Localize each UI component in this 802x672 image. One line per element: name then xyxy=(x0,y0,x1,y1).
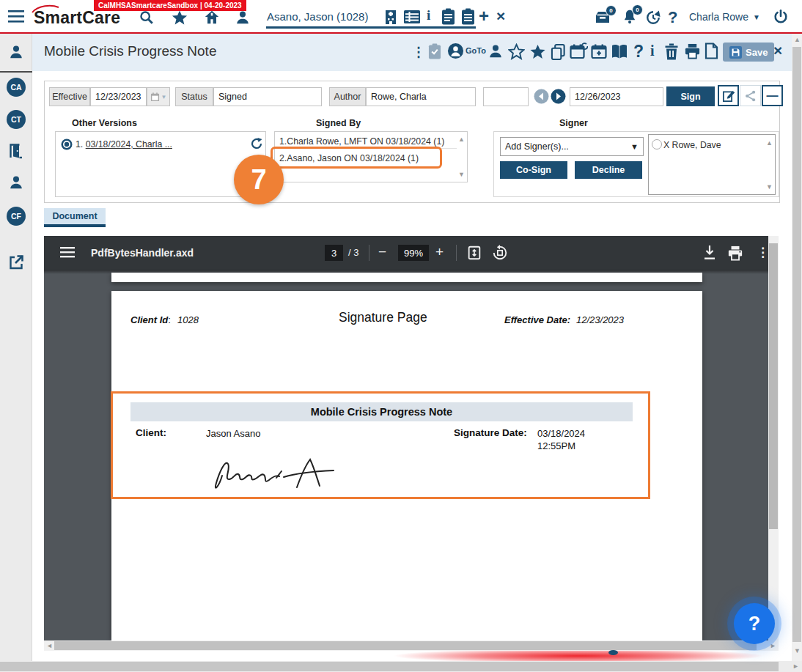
copy-icon[interactable] xyxy=(551,43,566,60)
scroll-up-icon[interactable]: ▲ xyxy=(766,140,773,147)
user-menu[interactable]: Charla Rowe ▼ xyxy=(689,11,760,23)
previous-document-button[interactable] xyxy=(534,89,549,104)
pdf-page-input[interactable]: 3 xyxy=(325,245,343,261)
inbox-icon[interactable]: 0 xyxy=(594,9,611,25)
calendar-caret-icon: ▼ xyxy=(161,94,167,100)
star-filled-icon[interactable] xyxy=(529,43,546,60)
calendar-refresh-icon[interactable] xyxy=(570,43,588,60)
scroll-right-icon[interactable]: ► xyxy=(770,643,776,649)
print-icon[interactable] xyxy=(684,43,701,59)
pdf-more-icon[interactable]: ⋮ xyxy=(757,245,769,260)
pdf-zoom-input[interactable]: 99% xyxy=(398,245,429,261)
zoom-in-icon[interactable]: + xyxy=(435,244,444,260)
version-item[interactable]: 1. 03/18/2024, Charla ... xyxy=(76,139,172,149)
signed-by-row[interactable]: 1.Charla Rowe, LMFT ON 03/18/2024 (1) xyxy=(279,136,444,147)
pdf-vertical-scrollbar[interactable] xyxy=(768,236,779,640)
favorites-star-icon[interactable] xyxy=(172,10,188,26)
share-icon xyxy=(744,89,757,103)
refresh-icon[interactable] xyxy=(251,138,262,149)
search-icon[interactable] xyxy=(139,10,155,26)
add-tab-icon[interactable]: + xyxy=(479,6,489,26)
sidebar-item-ca[interactable]: CA xyxy=(7,78,26,97)
facility-icon[interactable] xyxy=(383,9,398,25)
clipboard-icon[interactable] xyxy=(441,8,455,25)
edit-note-button[interactable] xyxy=(718,85,739,106)
sidebar-person-icon[interactable] xyxy=(8,174,24,191)
smartcare-app: SmartCare CalMHSASmartcareSandbox | 04-2… xyxy=(0,0,802,672)
new-document-icon[interactable] xyxy=(704,43,718,59)
pdf-horizontal-scrollbar[interactable]: ◄ ► xyxy=(44,640,779,651)
tab-document[interactable]: Document xyxy=(44,208,106,227)
history-icon[interactable] xyxy=(645,10,661,26)
version-radio-selected[interactable] xyxy=(61,139,73,150)
tasks-clipboard-icon[interactable] xyxy=(428,43,441,59)
scroll-down-icon[interactable]: ▼ xyxy=(794,648,801,654)
kebab-menu-icon[interactable]: ⋮ xyxy=(412,44,425,60)
collapse-button[interactable]: — xyxy=(762,85,783,106)
pdf-horizontal-scrollbar-thumb[interactable] xyxy=(54,641,757,650)
close-tab-icon[interactable]: × xyxy=(496,7,505,25)
person-icon[interactable] xyxy=(488,43,504,59)
fit-page-icon[interactable] xyxy=(466,245,482,261)
sidebar-discharge-door-icon[interactable] xyxy=(7,142,25,160)
cosign-button[interactable]: Co-Sign xyxy=(500,161,567,179)
pdf-print-icon[interactable] xyxy=(727,245,743,261)
sign-button[interactable]: Sign xyxy=(666,86,715,106)
save-button[interactable]: Save xyxy=(723,43,774,62)
profile-circle-icon[interactable] xyxy=(447,43,464,59)
scroll-up-icon[interactable]: ▲ xyxy=(794,37,801,43)
nav-date-input[interactable]: 12/26/2023 xyxy=(570,87,663,106)
home-icon[interactable] xyxy=(204,10,220,26)
signer-radio[interactable] xyxy=(652,139,662,149)
sidebar-item-cf[interactable]: CF xyxy=(7,207,26,226)
signer-option-label[interactable]: X Rowe, Dave xyxy=(663,140,721,150)
version-link[interactable]: 03/18/2024, Charla ... xyxy=(86,139,172,149)
logout-power-icon[interactable] xyxy=(773,9,789,25)
delete-trash-icon[interactable] xyxy=(664,43,679,60)
menu-icon[interactable] xyxy=(8,10,26,24)
information-icon[interactable]: i xyxy=(650,43,655,59)
app-vertical-scrollbar[interactable]: ▲ ▼ xyxy=(792,34,802,661)
share-button[interactable] xyxy=(740,85,761,106)
add-signer-dropdown[interactable]: Add Signer(s)... ▼ xyxy=(500,137,644,156)
app-horizontal-scrollbar-thumb[interactable] xyxy=(0,662,779,671)
sidebar-item-ct[interactable]: CT xyxy=(7,110,26,129)
effective-date-input[interactable]: 12/23/2023 xyxy=(90,87,147,106)
scroll-right-icon[interactable]: ► xyxy=(792,663,799,670)
clipboard-notes-icon[interactable] xyxy=(461,8,475,25)
client-icon[interactable] xyxy=(235,10,251,26)
sidebar-client-icon[interactable] xyxy=(8,44,24,60)
pdf-menu-icon[interactable] xyxy=(60,246,75,259)
secondary-input[interactable] xyxy=(483,87,529,106)
scroll-down-icon[interactable]: ▼ xyxy=(766,184,773,191)
calendar-add-icon[interactable] xyxy=(591,43,607,60)
client-tab-label[interactable]: Asano, Jason (1028) xyxy=(267,10,368,23)
next-document-button[interactable] xyxy=(551,89,566,104)
pdf-vertical-scrollbar-thumb[interactable] xyxy=(769,243,778,529)
decline-button[interactable]: Decline xyxy=(575,161,642,179)
app-vertical-scrollbar-thumb[interactable] xyxy=(792,47,801,642)
close-panel-icon[interactable]: × xyxy=(773,42,782,59)
goto-label[interactable]: GoTo xyxy=(466,46,486,55)
signed-by-highlight xyxy=(271,147,442,169)
signature-date-value: 03/18/2024 xyxy=(537,428,585,439)
zoom-out-icon[interactable]: − xyxy=(378,244,386,260)
rotate-icon[interactable] xyxy=(492,245,508,261)
question-icon[interactable]: ? xyxy=(633,42,644,62)
table-view-icon[interactable] xyxy=(404,10,420,23)
help-icon[interactable]: ? xyxy=(668,8,677,27)
star-outline-icon[interactable] xyxy=(508,43,525,60)
scroll-left-icon[interactable]: ◄ xyxy=(46,643,53,649)
info-icon[interactable]: i xyxy=(427,7,430,23)
scroll-up-icon[interactable]: ▲ xyxy=(458,136,465,143)
effective-calendar-button[interactable]: ▼ xyxy=(147,87,170,106)
scroll-down-icon[interactable]: ▼ xyxy=(458,171,465,178)
app-horizontal-scrollbar[interactable]: ► xyxy=(0,661,802,672)
floating-help-button[interactable]: ? xyxy=(734,603,775,644)
status-input[interactable]: Signed xyxy=(213,87,322,106)
download-icon[interactable] xyxy=(702,245,717,261)
author-input[interactable]: Rowe, Charla xyxy=(366,87,476,106)
book-icon[interactable] xyxy=(611,44,628,59)
alerts-bell-icon[interactable]: 0 xyxy=(622,8,638,25)
sidebar-external-link-icon[interactable] xyxy=(7,254,25,271)
